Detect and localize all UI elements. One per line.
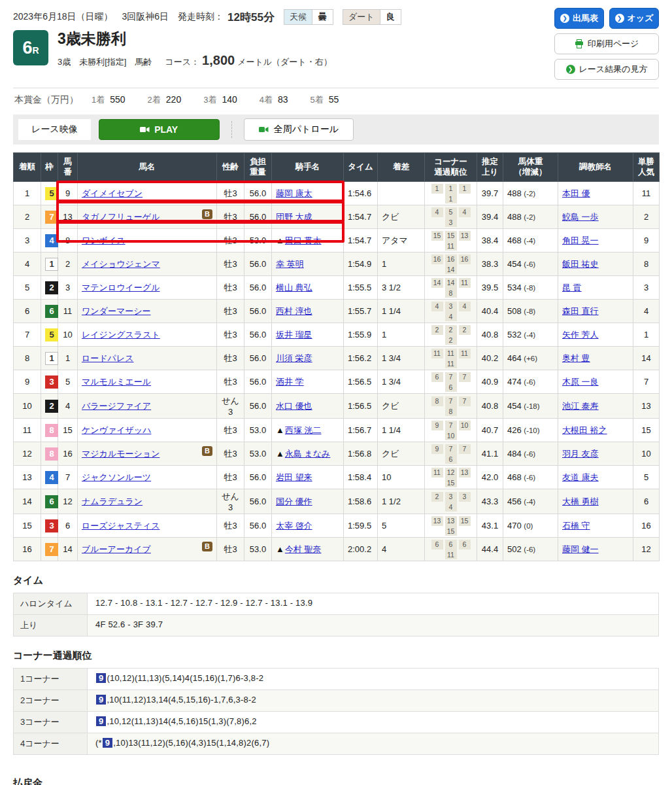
row-value: 4F 52.6 - 3F 39.7: [88, 615, 658, 636]
corner-position-chip: 11: [431, 468, 443, 478]
corner-positions: 1111: [425, 182, 477, 205]
trainer-link[interactable]: 森田 直行: [562, 306, 599, 316]
trainer-cell: 友道 康夫: [558, 466, 633, 489]
jockey-link[interactable]: 酒井 学: [276, 377, 304, 387]
trainer-link[interactable]: 友道 康夫: [562, 472, 599, 482]
trainer-cell: 羽月 友彦: [558, 442, 633, 466]
jockey-link[interactable]: 西村 淳也: [276, 306, 312, 316]
win-popularity: 13: [633, 394, 660, 419]
jockey-cell: 国分 優作: [272, 489, 344, 514]
horse-weight-diff: (-8): [524, 284, 535, 292]
odds-button[interactable]: ❯ オッズ: [609, 8, 659, 29]
horse-name-link[interactable]: タガノフリューゲル: [82, 212, 160, 222]
trainer-link[interactable]: 奥村 豊: [562, 353, 590, 363]
trainer-link[interactable]: 石橋 守: [562, 521, 590, 531]
carried-weight: 56.0: [244, 253, 272, 276]
jockey-link[interactable]: 国分 優作: [276, 497, 312, 506]
jockey-link[interactable]: 横山 典弘: [276, 283, 312, 292]
jockey-link[interactable]: 太宰 啓介: [276, 521, 312, 531]
corner-positions: 2334: [425, 489, 477, 514]
jockey-link[interactable]: 西塚 洸二: [285, 425, 322, 435]
corner-position-chip: 6: [431, 372, 443, 382]
corner-position-chip: 9: [431, 421, 443, 430]
frame-cell: 6: [41, 300, 58, 323]
horse-name-link[interactable]: ロードパレス: [82, 353, 134, 363]
trainer-link[interactable]: 矢作 芳人: [562, 330, 599, 340]
trainer-cell: 奥村 豊: [558, 347, 633, 370]
jockey-link[interactable]: 団野 大成: [276, 212, 312, 222]
finish-position: 3: [14, 229, 41, 253]
jockey-link[interactable]: 今村 聖奈: [285, 544, 322, 554]
prize-amount: 140: [222, 94, 237, 105]
frame-cell: 2: [41, 276, 58, 300]
jockey-link[interactable]: 坂井 瑠星: [276, 330, 312, 340]
patrol-video-button[interactable]: 全周パトロール: [244, 118, 354, 141]
horse-name-link[interactable]: ブルーアーカイブ: [82, 544, 151, 554]
horse-weight-diff: (+6): [524, 355, 537, 362]
course-unit: メートル（ダート・右）: [237, 56, 332, 68]
corner-position-chip: 7: [445, 421, 457, 430]
horse-name-link[interactable]: マジカルモーション: [82, 449, 160, 459]
entry-table-button[interactable]: ❯ 出馬表: [554, 8, 604, 29]
blinker-badge: B: [202, 446, 212, 456]
jockey-link[interactable]: 川須 栄彦: [276, 353, 312, 363]
horse-weight: 454 (-6): [503, 253, 558, 276]
margin: 1: [378, 253, 425, 276]
trainer-link[interactable]: 角田 晃一: [562, 236, 599, 245]
horse-name-link[interactable]: ケンヴァイザッハ: [82, 425, 151, 435]
finish-time: 1:58.4: [344, 466, 378, 489]
trainer-link[interactable]: 昆 貢: [562, 283, 582, 292]
horse-name-link[interactable]: ジャクソンルーツ: [82, 472, 151, 482]
horse-name-link[interactable]: ダイメイセブン: [82, 188, 143, 198]
apprentice-mark: ▲: [276, 449, 284, 459]
horse-name-link[interactable]: メイショウジェンマ: [82, 259, 160, 269]
horse-name-link[interactable]: マルモルミエール: [82, 377, 151, 387]
race-video-label[interactable]: レース映像: [18, 119, 91, 140]
jockey-link[interactable]: 永島 まなみ: [285, 449, 331, 459]
horse-name-link[interactable]: ローズジャスティス: [82, 521, 160, 531]
trainer-cell: 池江 泰寿: [558, 394, 633, 419]
trainer-link[interactable]: 池江 泰寿: [562, 401, 599, 411]
corner-position-chip: 11: [445, 349, 457, 358]
trainer-link[interactable]: 鮫島 一歩: [562, 212, 599, 222]
sex-age: 牡3: [217, 514, 244, 538]
corner-positions: 4543: [425, 205, 477, 229]
trainer-link[interactable]: 飯田 祐史: [562, 259, 599, 269]
corner-position-chip: 10: [445, 430, 457, 440]
trainer-link[interactable]: 藤岡 健一: [562, 544, 599, 554]
jockey-cell: 団野 大成: [272, 205, 344, 229]
last-3f: 39.7: [477, 182, 503, 205]
horse-name-link[interactable]: ワンダーマーシー: [82, 306, 151, 316]
trainer-link[interactable]: 羽月 友彦: [562, 449, 599, 459]
print-page-button[interactable]: 印刷用ページ: [554, 33, 659, 54]
trainer-link[interactable]: 大根田 裕之: [562, 425, 607, 435]
trainer-link[interactable]: 本田 優: [562, 188, 590, 198]
play-button[interactable]: PLAY: [99, 119, 220, 140]
horse-name-link[interactable]: ワンボイス: [82, 236, 126, 245]
horse-name-link[interactable]: ナムラデュラン: [82, 497, 143, 506]
horse-name-link[interactable]: バラージファイア: [82, 401, 151, 411]
winner-number-mark: 9: [96, 695, 106, 705]
jockey-link[interactable]: 岩田 望来: [276, 472, 312, 482]
horse-weight-diff: (-18): [524, 402, 539, 410]
trainer-link[interactable]: 大橋 勇樹: [562, 497, 599, 506]
corner-row: 4コーナー(*9,10)13(11,12)(5,16)(4,3)15(1,14,…: [14, 733, 658, 754]
corner-positions: 1414118: [425, 276, 477, 300]
prize-place: 2着: [148, 95, 161, 105]
prize-item: 4着83: [260, 94, 288, 105]
jockey-link[interactable]: 幸 英明: [276, 259, 304, 269]
horse-name-link[interactable]: マテンロウイーグル: [82, 283, 160, 292]
trainer-link[interactable]: 木原 一良: [562, 377, 599, 387]
horse-weight-value: 470: [507, 521, 524, 531]
finish-position: 5: [14, 276, 41, 300]
row-value: (*9,10)13(11,12)(5,16)(4,3)15(1,14,8)2(6…: [88, 733, 658, 754]
results-guide-button[interactable]: ❯ レース結果の見方: [554, 59, 659, 80]
jockey-link[interactable]: 藤岡 康太: [276, 188, 312, 198]
jockey-link[interactable]: 田口 貫太: [285, 236, 322, 245]
horse-name-link[interactable]: レイジングスラスト: [82, 330, 160, 340]
last-3f: 40.8: [477, 394, 503, 419]
corner-position-chip: 11: [445, 241, 457, 251]
horse-number: 9: [58, 182, 78, 205]
jockey-link[interactable]: 水口 優也: [276, 401, 312, 411]
carried-weight: 56.0: [244, 323, 272, 347]
